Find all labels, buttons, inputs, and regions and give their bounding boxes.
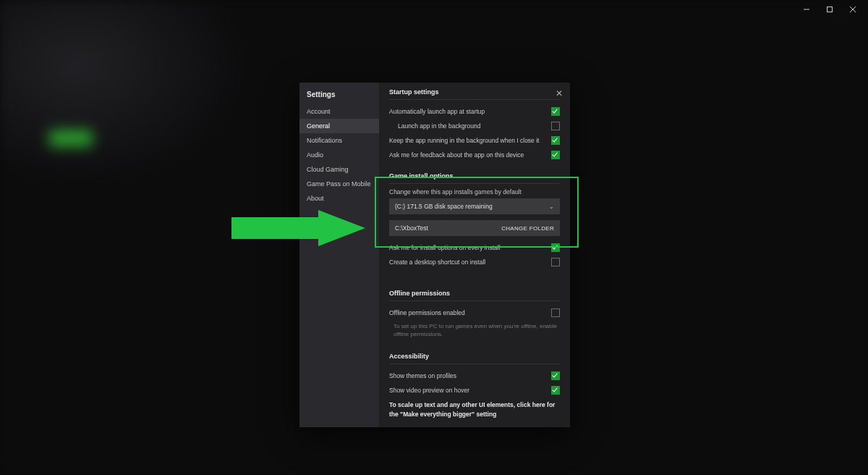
dialog-close-button[interactable]: ✕ [556, 88, 563, 98]
install-folder-row: C:\XboxTest CHANGE FOLDER [389, 220, 560, 236]
nav-audio[interactable]: Audio [299, 148, 379, 162]
label-ask-every: Ask me for install options on every inst… [389, 244, 501, 251]
label-show-themes: Show themes on profiles [389, 372, 456, 379]
row-show-themes: Show themes on profiles [389, 369, 560, 383]
window-close-button[interactable] [848, 4, 858, 14]
scale-note[interactable]: To scale up text and any other UI elemen… [389, 400, 560, 419]
checkbox-launch-bg[interactable] [551, 122, 560, 130]
label-keep-running: Keep the app running in the background w… [389, 137, 539, 144]
checkbox-video-preview[interactable] [551, 386, 560, 395]
label-ask-feedback: Ask me for feedback about the app on thi… [389, 151, 524, 159]
row-offline-enabled: Offline permissions enabled [389, 306, 560, 320]
row-ask-every-install: Ask me for install options on every inst… [389, 240, 560, 255]
checkbox-auto-launch[interactable] [551, 107, 560, 116]
section-startup-heading: Startup settings [389, 88, 560, 100]
label-shortcut: Create a desktop shortcut on install [389, 258, 485, 266]
chevron-down-icon: ⌄ [549, 203, 554, 210]
settings-sidebar: Settings Account General Notifications A… [299, 83, 379, 427]
row-launch-bg: Launch app in the background [389, 119, 560, 133]
section-accessibility-heading: Accessibility [389, 353, 560, 364]
checkbox-keep-running[interactable] [551, 136, 560, 145]
window-titlebar [801, 0, 868, 19]
offline-hint: To set up this PC to run games even when… [393, 322, 560, 338]
label-video-preview: Show video preview on hover [389, 387, 469, 394]
nav-account[interactable]: Account [299, 104, 379, 119]
settings-dialog: Settings Account General Notifications A… [299, 83, 570, 427]
checkbox-ask-every[interactable] [551, 243, 560, 252]
drive-selected-value: (C:) 171.5 GB disk space remaining [395, 203, 493, 210]
dialog-title: Settings [299, 83, 379, 104]
checkbox-show-themes[interactable] [551, 371, 560, 380]
svg-rect-1 [827, 7, 833, 12]
checkbox-offline-enabled[interactable] [551, 308, 560, 317]
window-minimize-button[interactable] [801, 4, 812, 14]
checkbox-ask-feedback[interactable] [551, 151, 560, 159]
nav-notifications[interactable]: Notifications [299, 133, 379, 148]
settings-content: ✕ Startup settings Automatically launch … [379, 83, 570, 427]
label-auto-launch: Automatically launch app at startup [389, 108, 485, 115]
row-desktop-shortcut: Create a desktop shortcut on install [389, 255, 560, 269]
nav-cloud-gaming[interactable]: Cloud Gaming [299, 162, 379, 177]
section-offline-heading: Offline permissions [389, 290, 560, 301]
checkbox-shortcut[interactable] [551, 258, 560, 266]
section-install-heading: Game install options [389, 172, 560, 184]
window-maximize-button[interactable] [825, 4, 835, 14]
change-folder-button[interactable]: CHANGE FOLDER [501, 225, 554, 232]
row-ask-feedback: Ask me for feedback about the app on thi… [389, 148, 560, 162]
label-launch-bg: Launch app in the background [389, 122, 480, 130]
install-folder-path: C:\XboxTest [395, 224, 428, 232]
drive-select[interactable]: (C:) 171.5 GB disk space remaining ⌄ [389, 198, 560, 214]
row-video-preview: Show video preview on hover [389, 383, 560, 398]
nav-gamepass-mobile[interactable]: Game Pass on Mobile [299, 177, 379, 191]
row-auto-launch: Automatically launch app at startup [389, 104, 560, 119]
nav-about[interactable]: About [299, 191, 379, 206]
nav-general[interactable]: General [299, 119, 379, 133]
label-change-where: Change where this app installs games by … [389, 188, 560, 196]
label-offline-enabled: Offline permissions enabled [389, 309, 465, 316]
row-keep-running: Keep the app running in the background w… [389, 133, 560, 148]
